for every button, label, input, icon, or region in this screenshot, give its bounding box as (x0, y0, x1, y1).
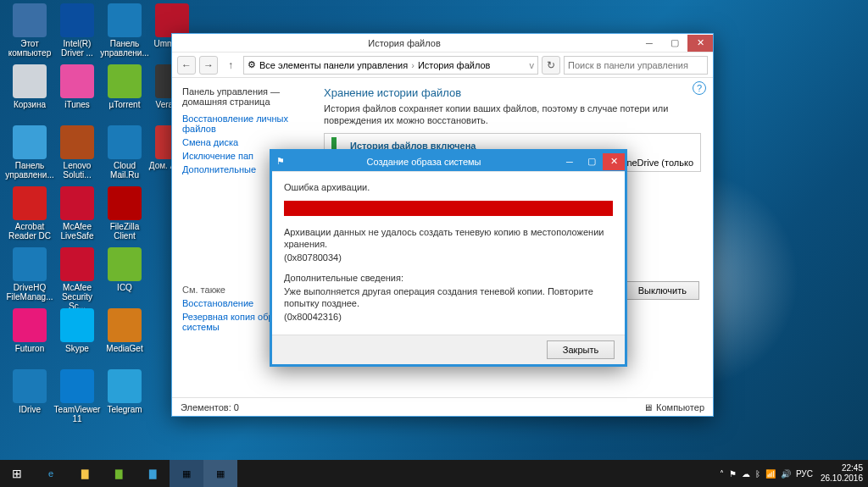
desktop-icon-label: µTorrent (100, 100, 149, 109)
tray-bluetooth-icon[interactable]: ᛒ (755, 469, 760, 479)
desktop-icon[interactable]: Панель управлени... (100, 3, 149, 58)
desktop-icon[interactable]: Futuron (5, 308, 54, 353)
taskbar-explorer-icon[interactable]: ▇ (68, 460, 102, 487)
breadcrumb-current[interactable]: История файлов (418, 60, 491, 70)
dialog-minimize-button[interactable]: ─ (559, 153, 581, 170)
desktop-icon-label: TeamViewer 11 (53, 405, 102, 423)
minimize-button[interactable]: ─ (637, 35, 662, 52)
desktop-icon[interactable]: µTorrent (100, 64, 149, 109)
desktop-icon[interactable]: McAfee Security Sc... (53, 247, 102, 311)
desktop-icon[interactable]: Telegram (100, 369, 149, 414)
desktop-icon-label: Панель управлени... (100, 39, 149, 58)
help-icon[interactable]: ? (693, 81, 706, 95)
error-progress-bar (284, 201, 613, 216)
tray-clock[interactable]: 22:45 26.10.2016 (821, 463, 863, 484)
desktop-icon[interactable]: FileZilla Client (100, 186, 149, 241)
tray-security-icon[interactable]: ⚑ (729, 469, 737, 479)
dialog-close-action-button[interactable]: Закрыть (547, 340, 615, 359)
taskbar-app-icon[interactable]: ▇ (136, 460, 170, 487)
error-code-2: (0x80042316) (284, 311, 613, 323)
search-input[interactable] (564, 56, 708, 75)
desktop-icon[interactable]: Корзина (5, 64, 54, 109)
window-title: История файлов (172, 38, 637, 48)
error-message-2: Уже выполняется другая операция создания… (284, 285, 613, 309)
desktop-icon-image (13, 308, 47, 342)
desktop-icon-image (108, 186, 142, 220)
chevron-right-icon: › (411, 60, 415, 70)
error-code-1: (0x80780034) (284, 252, 613, 263)
desktop-icon-label: Корзина (5, 100, 54, 109)
dialog-maximize-button[interactable]: ▢ (581, 153, 603, 170)
desktop-icon[interactable]: Skype (53, 308, 102, 353)
sidebar-link-restore[interactable]: Восстановление личных файлов (182, 113, 302, 134)
desktop-icon-label: Панель управлени... (5, 161, 54, 180)
desktop-icon-image (108, 125, 142, 159)
status-item-count: Элементов: 0 (181, 402, 239, 412)
desktop-icon[interactable]: MediaGet (100, 308, 149, 353)
taskbar-running-1[interactable]: ▦ (170, 460, 203, 487)
taskbar-running-2[interactable]: ▦ (203, 460, 237, 487)
desktop-icon-image (108, 3, 142, 37)
desktop-icon[interactable]: IDrive (5, 369, 54, 414)
address-bar[interactable]: ⚙ Все элементы панели управления › Истор… (243, 56, 538, 75)
desktop-icon-image (13, 64, 47, 98)
taskbar-store-icon[interactable]: ▇ (102, 460, 136, 487)
desktop-icon[interactable]: Cloud Mail.Ru (100, 125, 149, 180)
forward-button[interactable]: → (199, 56, 218, 75)
desktop-icon[interactable]: Этот компьютер (5, 3, 54, 58)
dialog-body: Ошибка архивации. Архивации данных не уд… (272, 172, 625, 335)
status-location: Компьютер (656, 402, 704, 412)
back-button[interactable]: ← (177, 56, 196, 75)
desktop-icon-image (155, 3, 189, 37)
desktop-icon-label: IDrive (5, 405, 54, 414)
desktop-icon[interactable]: TeamViewer 11 (53, 369, 102, 423)
turn-off-button[interactable]: Выключить (626, 281, 699, 300)
desktop-icon-image (108, 369, 142, 403)
dialog-close-button[interactable]: ✕ (603, 153, 625, 170)
desktop-icon-image (108, 247, 142, 281)
dialog-titlebar: ⚑ Создание образа системы ─ ▢ ✕ (272, 152, 625, 172)
dialog-title: Создание образа системы (289, 157, 559, 167)
desktop-icon-image (13, 125, 47, 159)
desktop-icon-image (60, 125, 94, 159)
desktop-icon-label: McAfee LiveSafe (53, 222, 102, 241)
up-button[interactable]: ↑ (221, 56, 240, 75)
tray-network-icon[interactable]: 📶 (765, 469, 776, 479)
desktop-icon-image (60, 369, 94, 403)
desktop-icon[interactable]: McAfee LiveSafe (53, 186, 102, 241)
tray-chevron-up-icon[interactable]: ˄ (720, 469, 724, 479)
tray-volume-icon[interactable]: 🔊 (781, 469, 791, 479)
desktop-icon[interactable]: iTunes (53, 64, 102, 109)
start-button[interactable]: ⊞ (0, 460, 34, 487)
desktop-icon-image (60, 308, 94, 342)
status-bar: Элементов: 0 🖥 Компьютер (172, 397, 713, 416)
taskbar-ie-icon[interactable]: e (34, 460, 68, 487)
desktop-icon[interactable]: Lenovo Soluti... (53, 125, 102, 180)
breadcrumb-root[interactable]: Все элементы панели управления (259, 60, 408, 70)
desktop-icon-image (13, 369, 47, 403)
tray-onedrive-icon[interactable]: ☁ (742, 469, 750, 479)
refresh-button[interactable]: ↻ (542, 56, 560, 75)
desktop-icon-image (108, 308, 142, 342)
tray-language[interactable]: РУС (796, 469, 813, 479)
desktop-icon-image (13, 3, 47, 37)
desktop-icon[interactable]: Acrobat Reader DC (5, 186, 54, 241)
desktop-icon[interactable]: DriveHQ FileManag... (5, 247, 54, 302)
maximize-button[interactable]: ▢ (662, 35, 687, 52)
sidebar-link-change-drive[interactable]: Смена диска (182, 137, 302, 147)
desktop-icon-image (60, 3, 94, 37)
desktop-icon[interactable]: Панель управлени... (5, 125, 54, 180)
desktop-icon-image (13, 247, 47, 281)
desktop-icon[interactable]: ICQ (100, 247, 149, 292)
error-extra-label: Дополнительные сведения: (284, 272, 613, 284)
tray-date: 26.10.2016 (821, 473, 863, 484)
dialog-footer: Закрыть (272, 335, 625, 364)
desktop-icon-label: Skype (53, 344, 102, 353)
computer-icon: 🖥 (643, 402, 653, 412)
desktop-icon-label: Futuron (5, 344, 54, 353)
desktop-icon-label: MediaGet (100, 344, 149, 353)
desktop-icon[interactable]: Intel(R) Driver ... (53, 3, 102, 58)
close-button[interactable]: ✕ (687, 35, 713, 52)
desktop-icon-label: FileZilla Client (100, 222, 149, 241)
desktop-icon-image (108, 64, 142, 98)
